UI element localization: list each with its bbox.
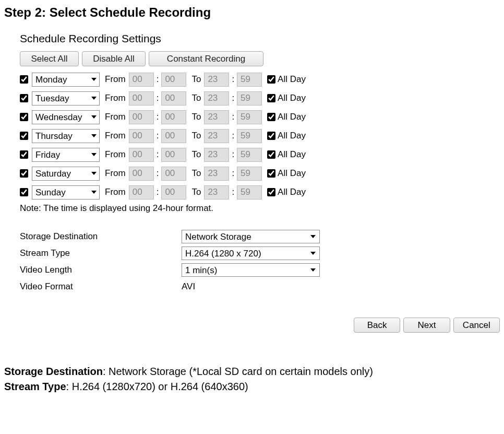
video-length-select[interactable]: 1 min(s)	[182, 263, 320, 277]
day-select[interactable]: Sunday	[32, 185, 100, 200]
day-select[interactable]: Thursday	[32, 129, 100, 143]
all-day-checkbox[interactable]	[267, 132, 275, 140]
to-hour-input[interactable]	[204, 129, 229, 143]
to-min-input[interactable]	[237, 73, 262, 87]
day-enable-checkbox[interactable]	[20, 188, 28, 196]
from-min-input[interactable]	[161, 129, 186, 143]
to-hour-input[interactable]	[204, 110, 229, 124]
to-hour-input[interactable]	[204, 167, 229, 181]
time-colon: :	[232, 187, 234, 197]
step-title: Step 2: Select Schedule Recording	[4, 5, 500, 20]
from-min-input[interactable]	[161, 167, 186, 181]
settings-panel: Schedule Recording Settings Select All D…	[20, 32, 500, 333]
day-enable-checkbox[interactable]	[20, 75, 28, 84]
from-min-input[interactable]	[161, 110, 186, 124]
time-colon: :	[157, 168, 159, 179]
stream-type-label: Stream Type	[20, 248, 182, 259]
next-button[interactable]: Next	[403, 318, 450, 333]
doc-note-line1-label: Storage Destination	[4, 366, 103, 377]
time-colon: :	[232, 74, 234, 85]
schedule-row: WednesdayFrom:To:All Day	[20, 109, 500, 125]
to-min-input[interactable]	[237, 129, 262, 143]
to-hour-input[interactable]	[204, 148, 229, 162]
all-day-checkbox[interactable]	[267, 113, 275, 121]
to-min-input[interactable]	[237, 91, 262, 105]
from-label: From	[105, 93, 126, 103]
all-day-label: All Day	[278, 149, 306, 160]
day-select[interactable]: Tuesday	[32, 91, 100, 105]
to-min-input[interactable]	[237, 185, 262, 200]
day-enable-checkbox[interactable]	[20, 113, 28, 121]
schedule-row: ThursdayFrom:To:All Day	[20, 128, 500, 144]
select-all-button[interactable]: Select All	[20, 51, 79, 66]
to-min-input[interactable]	[237, 167, 262, 181]
all-day-label: All Day	[278, 74, 306, 85]
to-label: To	[191, 149, 201, 160]
doc-note-line2: Stream Type: H.264 (1280x720) or H.264 (…	[4, 379, 500, 394]
from-label: From	[105, 112, 126, 122]
to-hour-input[interactable]	[204, 185, 229, 200]
time-format-note: Note: The time is displayed using 24-hou…	[20, 203, 500, 214]
all-day-label: All Day	[278, 187, 306, 197]
video-format-label: Video Format	[20, 281, 182, 292]
day-enable-checkbox[interactable]	[20, 94, 28, 102]
all-day-checkbox[interactable]	[267, 169, 275, 178]
from-label: From	[105, 168, 126, 179]
cancel-button[interactable]: Cancel	[453, 318, 500, 333]
doc-note-line1: Storage Destination: Network Storage (*L…	[4, 364, 500, 379]
time-colon: :	[157, 93, 159, 103]
storage-destination-select[interactable]: Network Storage	[182, 230, 320, 243]
from-hour-input[interactable]	[129, 91, 154, 105]
video-length-label: Video Length	[20, 265, 182, 275]
time-colon: :	[232, 112, 234, 122]
stream-type-select[interactable]: H.264 (1280 x 720)	[182, 247, 320, 260]
doc-note-line2-label: Stream Type	[4, 381, 66, 392]
day-select[interactable]: Saturday	[32, 167, 100, 181]
from-hour-input[interactable]	[129, 110, 154, 124]
day-enable-checkbox[interactable]	[20, 132, 28, 140]
from-hour-input[interactable]	[129, 73, 154, 87]
to-label: To	[191, 168, 201, 179]
all-day-checkbox[interactable]	[267, 75, 275, 84]
from-min-input[interactable]	[161, 185, 186, 200]
to-hour-input[interactable]	[204, 91, 229, 105]
day-select[interactable]: Friday	[32, 148, 100, 162]
to-min-input[interactable]	[237, 110, 262, 124]
day-select[interactable]: Monday	[32, 73, 100, 87]
constant-recording-button[interactable]: Constant Recording	[149, 51, 263, 66]
video-length-row: Video Length 1 min(s)	[20, 263, 500, 277]
doc-note-line2-text: : H.264 (1280x720) or H.264 (640x360)	[66, 381, 248, 392]
back-button[interactable]: Back	[354, 318, 400, 333]
from-hour-input[interactable]	[129, 167, 154, 181]
to-min-input[interactable]	[237, 148, 262, 162]
all-day-checkbox[interactable]	[267, 94, 275, 102]
time-colon: :	[232, 93, 234, 103]
day-enable-checkbox[interactable]	[20, 169, 28, 178]
all-day-label: All Day	[278, 131, 306, 141]
time-colon: :	[232, 168, 234, 179]
day-select[interactable]: Wednesday	[32, 110, 100, 124]
video-format-value: AVI	[182, 281, 195, 292]
from-min-input[interactable]	[161, 91, 186, 105]
from-hour-input[interactable]	[129, 185, 154, 200]
from-min-input[interactable]	[161, 148, 186, 162]
day-enable-checkbox[interactable]	[20, 150, 28, 159]
all-day-checkbox[interactable]	[267, 188, 275, 196]
to-hour-input[interactable]	[204, 73, 229, 87]
from-label: From	[105, 74, 126, 85]
time-colon: :	[232, 149, 234, 160]
from-hour-input[interactable]	[129, 148, 154, 162]
panel-title: Schedule Recording Settings	[20, 32, 500, 45]
all-day-checkbox[interactable]	[267, 150, 275, 159]
stream-type-row: Stream Type H.264 (1280 x 720)	[20, 246, 500, 261]
storage-destination-row: Storage Destination Network Storage	[20, 229, 500, 244]
time-colon: :	[157, 149, 159, 160]
all-day-label: All Day	[278, 168, 306, 179]
disable-all-button[interactable]: Disable All	[82, 51, 146, 66]
to-label: To	[191, 131, 201, 141]
storage-destination-label: Storage Destination	[20, 231, 182, 242]
time-colon: :	[232, 131, 234, 141]
time-colon: :	[157, 187, 159, 197]
from-min-input[interactable]	[161, 73, 186, 87]
from-hour-input[interactable]	[129, 129, 154, 143]
